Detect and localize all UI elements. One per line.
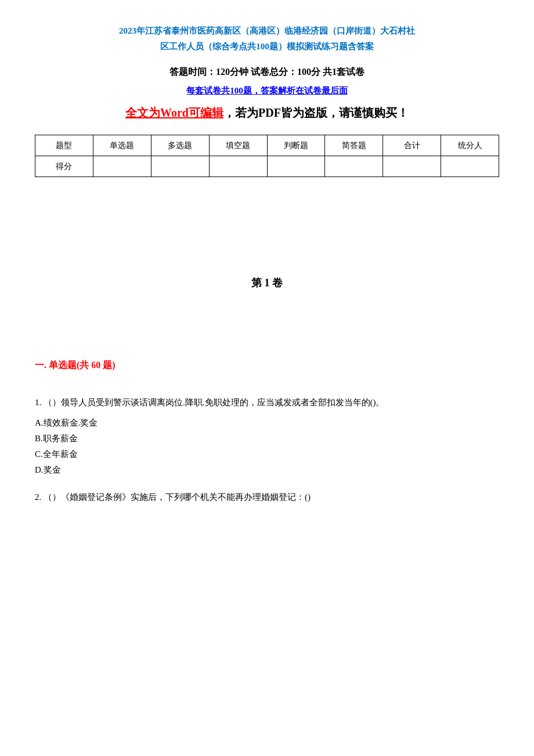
- word-notice: 全文为Word可编辑，若为PDF皆为盗版，请谨慎购买！: [35, 102, 499, 123]
- col-single: 单选题: [93, 135, 151, 156]
- score-label: 得分: [35, 156, 93, 177]
- score-single: [93, 156, 151, 177]
- col-judge: 判断题: [267, 135, 325, 156]
- score-table-data-row: 得分: [35, 156, 499, 177]
- score-table-header-row: 题型 单选题 多选题 填空题 判断题 简答题 合计 统分人: [35, 135, 499, 156]
- score-scorer: [441, 156, 499, 177]
- score-judge: [267, 156, 325, 177]
- col-type: 题型: [35, 135, 93, 156]
- score-multi: [151, 156, 209, 177]
- score-fill: [209, 156, 267, 177]
- col-short: 简答题: [325, 135, 383, 156]
- score-short: [325, 156, 383, 177]
- question-1: 1. （）领导人员受到警示谈话调离岗位.降职.免职处理的，应当减发或者全部扣发当…: [35, 395, 499, 478]
- score-table: 题型 单选题 多选题 填空题 判断题 简答题 合计 统分人 得分: [35, 135, 499, 177]
- question-1-option-d: D.奖金: [35, 462, 499, 478]
- section-divider: 第 1 卷: [35, 276, 499, 290]
- question-1-text: 1. （）领导人员受到警示谈话调离岗位.降职.免职处理的，应当减发或者全部扣发当…: [35, 395, 499, 411]
- page-title: 2023年江苏省泰州市医药高新区（高港区）临港经济园（口岸街道）大石村社 区工作…: [35, 23, 499, 55]
- col-total: 合计: [383, 135, 441, 156]
- col-scorer: 统分人: [441, 135, 499, 156]
- question-2: 2. （）《婚姻登记条例》实施后，下列哪个机关不能再办理婚姻登记：(): [35, 489, 499, 505]
- exam-info: 答题时间：120分钟 试卷总分：100分 共1套试卷: [35, 66, 499, 78]
- question-1-option-a: A.绩效薪金.奖金: [35, 415, 499, 431]
- score-total: [383, 156, 441, 177]
- col-multi: 多选题: [151, 135, 209, 156]
- section-title: 一. 单选题(共 60 题): [35, 359, 499, 372]
- exam-notice: 每套试卷共100题，答案解析在试卷最后面: [35, 85, 499, 96]
- col-fill: 填空题: [209, 135, 267, 156]
- question-1-option-b: B.职务薪金: [35, 431, 499, 447]
- question-1-option-c: C.全年薪金: [35, 447, 499, 462]
- question-2-text: 2. （）《婚姻登记条例》实施后，下列哪个机关不能再办理婚姻登记：(): [35, 489, 499, 505]
